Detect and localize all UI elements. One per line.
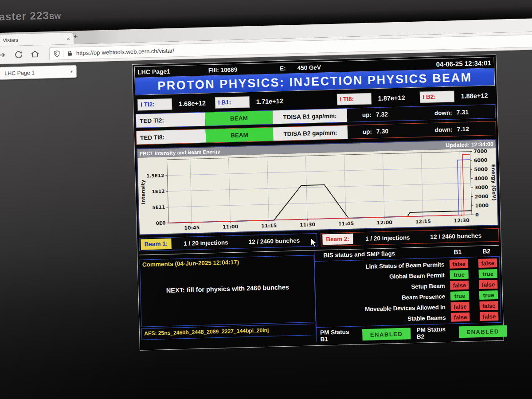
svg-text:7000: 7000 [473,148,487,154]
svg-text:11:45: 11:45 [338,221,354,227]
forward-button-icon[interactable] [0,50,7,60]
svg-text:10:45: 10:45 [184,225,200,231]
intensity-label: I B1: [215,97,250,108]
bis-flag-label: Stable Beams [316,314,446,325]
beam-info-box: Beam 2: 1 / 20 injections 12 / 2460 bunc… [321,228,499,246]
beam-label: Beam 1: [141,239,171,250]
bis-flag-b1: false [451,313,470,322]
bis-flag-b2: true [479,290,498,300]
intensity-value: 1.87e+12 [378,94,405,102]
svg-text:12:30: 12:30 [454,218,470,224]
intensity-readout: I B1: 1.71e+12 [215,96,283,108]
tdisa-gap-values: up:7.32 down:7.31 [347,105,496,122]
ted-label: TED TI2: [136,113,206,128]
bis-flag-b2: false [478,258,497,268]
gap-down: down:7.31 [434,109,469,117]
svg-text:11:00: 11:00 [223,224,239,230]
chart-title: FBCT Intensity and Beam Energy [140,149,220,156]
vistar-header-box: LHC Page1 Fill: 10689 E: 450 GeV 04-06-2… [134,57,495,95]
mouse-cursor [310,238,317,247]
pm-status-badge: ENABLED [458,325,507,338]
bis-flag-label: Global Beam Permit [315,272,445,282]
fbct-chart: 10:4511:0011:1511:3011:4512:0012:1512:30… [137,148,497,235]
ted-label: TED TI8: [137,129,206,145]
svg-text:1.5E12: 1.5E12 [146,172,164,178]
chevron-down-icon: ▾ [70,69,73,74]
ted-beam-status: BEAM [206,128,274,143]
https-lock-icon[interactable] [66,50,73,56]
beam-bunches: 12 / 2460 bunches [430,232,481,240]
vistar-web-page: LHC Page 1 ▾ LHC Page1 Fill: 10689 E: 45… [0,50,532,399]
gap-down: down:7.12 [435,125,469,133]
bis-flag-b1: true [450,270,469,279]
intensity-readout: I TI8: 1.87e+12 [337,92,405,105]
vistar-page-select[interactable]: LHC Page 1 ▾ [0,65,77,80]
gap-up: up:7.30 [363,127,389,135]
tracking-protection-shield-icon[interactable] [53,50,61,57]
energy-label: E: [280,65,286,71]
bis-col-b2: B2 [482,247,490,254]
browser-tab-vistars[interactable]: Vistars × [0,33,74,47]
comments-title: Comments (04-Jun-2025 12:04:17) [140,255,314,268]
energy-value: 450 GeV [297,64,321,71]
page-select-value: LHC Page 1 [4,68,70,76]
bis-title: BIS status and SMP flags [323,250,395,258]
monitor-brand-suffix: BW [49,12,61,20]
pm-status-pair: PM Status B2 ENABLED [413,324,507,340]
comments-body: NEXT: fill for physics with 2460 bunches [141,283,314,295]
pm-status-pair: PM Status B1 ENABLED [317,327,411,343]
intensity-value: 1.68e+12 [179,100,206,108]
tab-close-icon[interactable]: × [66,35,70,42]
svg-text:5000: 5000 [474,166,488,172]
url-text: https://op-webtools.web.cern.ch/vistar/ [76,47,174,56]
reload-button-icon[interactable] [14,50,24,60]
svg-text:Energy (GeV): Energy (GeV) [490,164,497,200]
new-tab-button[interactable]: + [74,32,78,40]
bis-flag-b2: false [480,312,499,321]
monitor-screen: Vistars × + [0,18,532,399]
tab-title: Vistars [3,36,67,43]
bis-flag-b1: false [450,259,469,269]
bis-flag-b2: false [479,280,498,289]
svg-text:2000: 2000 [475,194,489,200]
bis-flag-b1: true [450,291,469,301]
svg-text:5E11: 5E11 [152,204,165,210]
page-title: LHC Page1 [137,68,170,76]
bis-col-b1: B1 [454,248,462,255]
urlbar-divider [63,50,63,57]
home-button-icon[interactable] [30,49,40,59]
svg-text:12:15: 12:15 [415,219,431,225]
comments-column: Comments (04-Jun-2025 12:04:17) NEXT: fi… [139,250,316,347]
beam-injections: 1 / 20 injections [184,239,228,247]
comments-box: Comments (04-Jun-2025 12:04:17) NEXT: fi… [140,255,316,327]
bottom-section: Comments (04-Jun-2025 12:04:17) NEXT: fi… [139,246,501,347]
pm-label: PM Status B2 [413,326,454,340]
svg-text:0E0: 0E0 [156,220,165,226]
svg-text:11:15: 11:15 [261,223,277,229]
bis-column: BIS status and SMP flags B1 B2 Link Stat… [314,246,501,342]
fbct-chart-widget: FBCT Intensity and Beam Energy Updated: … [137,139,499,235]
bis-flag-b2: true [478,269,497,278]
intensity-label: I TI2: [138,99,172,110]
bis-flag-b1: false [450,302,469,311]
tdisa-gap-label: TDISA B2 gap/mm: [273,125,348,141]
svg-text:12:00: 12:00 [377,219,393,226]
beam-bunches: 12 / 2460 bunches [248,237,300,245]
ted-rows: TED TI2: BEAM TDISA B1 gap/mm: up:7.32 d… [136,104,497,145]
tdisa-gap-values: up:7.30 down:7.12 [348,121,496,139]
bis-flags-table: Link Status of Beam Permits false false … [315,256,501,328]
chart-updated: Updated: 12:34:00 [446,141,493,149]
pm-status-badge: ENABLED [362,328,411,340]
beam-injections: 1 / 20 injections [365,234,410,242]
svg-text:11:30: 11:30 [300,222,316,228]
intensity-value: 1.71e+12 [256,98,283,106]
monitor-brand-label: Master 223BW [0,9,61,23]
intensity-label: I TI8: [337,94,371,105]
bis-flag-b2: false [479,301,498,310]
bis-flag-label: Link Status of Beam Permits [315,261,444,271]
chart-body: 10:4511:0011:1511:3011:4512:0012:1512:30… [137,148,497,235]
datetime: 04-06-25 12:34:01 [436,59,491,68]
lhc-page1-vistar: LHC Page1 Fill: 10689 E: 450 GeV 04-06-2… [132,55,504,351]
ted-beam-status: BEAM [205,111,273,126]
tdisa-gap-label: TDISA B1 gap/mm: [273,109,348,124]
